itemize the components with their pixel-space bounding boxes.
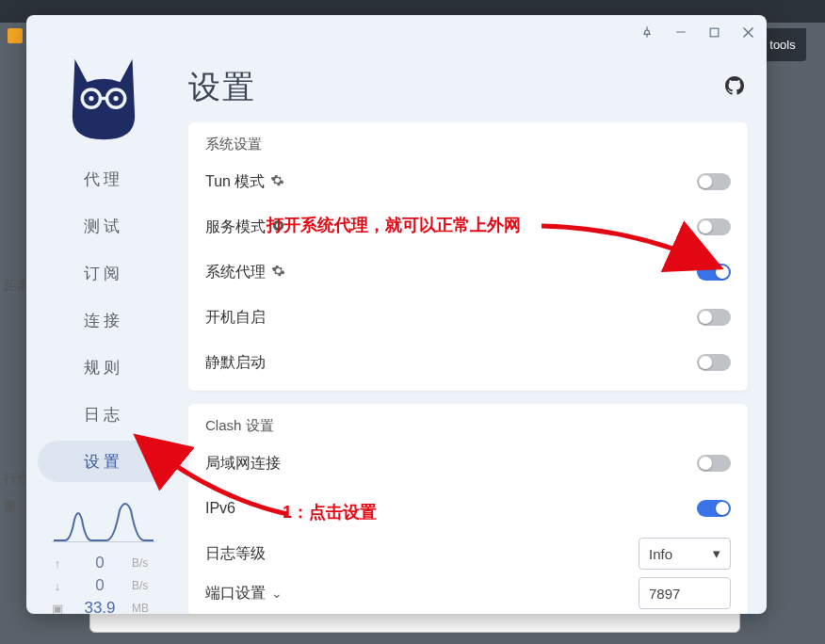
row-auto-start: 开机自启 <box>205 295 731 340</box>
toggle-system-proxy[interactable] <box>697 264 731 281</box>
row-system-proxy: 系统代理 <box>205 250 731 295</box>
toggle-tun-mode[interactable] <box>697 173 731 190</box>
sidebar: 代理 测试 订阅 连接 规则 日志 设置 ↑ 0 B/s <box>26 49 181 614</box>
chip-icon: ▣ <box>47 602 68 615</box>
row-ipv6: IPv6 <box>205 486 731 531</box>
main-content: 设置 系统设置 Tun 模式 <box>181 49 767 614</box>
row-label-text: 系统代理 <box>205 263 266 282</box>
card-title: Clash 设置 <box>205 417 731 435</box>
nav-item-subscribe[interactable]: 订阅 <box>38 252 170 294</box>
arrow-up-icon: ↑ <box>47 556 68 571</box>
minimize-icon[interactable] <box>674 25 688 39</box>
port-input[interactable]: 7897 <box>639 577 731 609</box>
chevron-down-icon: ▾ <box>713 545 720 562</box>
row-label-text: IPv6 <box>205 500 235 517</box>
row-label-text: 局域网连接 <box>205 454 281 474</box>
row-log-level: 日志等级 Info ▾ <box>205 531 731 576</box>
toggle-lan[interactable] <box>697 455 731 472</box>
svg-point-8 <box>113 96 118 101</box>
arrow-down-icon: ↓ <box>47 579 68 593</box>
stat-download: ↓ 0 B/s <box>47 574 160 597</box>
port-value: 7897 <box>649 586 680 602</box>
nav-label: 规则 <box>84 357 123 378</box>
close-icon[interactable] <box>741 25 755 40</box>
system-settings-card: 系统设置 Tun 模式 服务模式 <box>188 122 748 391</box>
app-logo-icon <box>61 51 146 141</box>
log-level-select[interactable]: Info ▾ <box>639 538 731 570</box>
row-port: 端口设置 ⌄ 7897 <box>205 576 731 610</box>
row-label-text: 服务模式 <box>205 217 266 237</box>
toggle-auto-start[interactable] <box>697 309 731 326</box>
traffic-chart <box>52 501 155 542</box>
bg-text-3: 重 <box>4 499 17 516</box>
nav-label: 设置 <box>84 451 123 473</box>
stat-upload: ↑ 0 B/s <box>47 552 160 574</box>
nav-label: 测试 <box>84 216 123 237</box>
svg-point-10 <box>276 223 281 228</box>
clash-settings-card: Clash 设置 局域网连接 IPv6 日志等级 Info ▾ <box>188 404 748 614</box>
svg-rect-1 <box>710 28 719 37</box>
stat-unit: B/s <box>132 579 160 592</box>
nav-item-proxy[interactable]: 代理 <box>38 158 170 200</box>
stat-value: 33.9 <box>68 599 132 614</box>
row-label-text: 端口设置 <box>205 584 266 604</box>
nav-item-logs[interactable]: 日志 <box>38 394 170 435</box>
app-window: 代理 测试 订阅 连接 规则 日志 设置 ↑ 0 B/s <box>26 15 767 614</box>
row-label-text: 开机自启 <box>205 308 266 328</box>
stat-unit: B/s <box>132 556 160 570</box>
row-label-text: 静默启动 <box>205 353 266 373</box>
nav-label: 订阅 <box>84 263 123 284</box>
nav-item-rules[interactable]: 规则 <box>38 346 170 388</box>
stat-unit: MB <box>132 602 160 614</box>
main-header: 设置 <box>188 53 750 122</box>
stat-value: 0 <box>68 554 132 572</box>
pin-icon[interactable] <box>640 25 654 39</box>
gear-icon[interactable] <box>270 173 284 191</box>
maximize-icon[interactable] <box>708 26 720 39</box>
row-lan: 局域网连接 <box>205 441 731 486</box>
stat-value: 0 <box>68 576 132 595</box>
toggle-silent-start[interactable] <box>697 354 731 371</box>
page-title: 设置 <box>188 66 256 109</box>
svg-point-7 <box>89 96 93 101</box>
nav-label: 连接 <box>84 310 123 331</box>
chevron-down-icon[interactable]: ⌄ <box>271 586 283 601</box>
stats-panel: ↑ 0 B/s ↓ 0 B/s ▣ 33.9 MB <box>47 552 160 614</box>
row-service-mode: 服务模式 <box>205 204 731 250</box>
github-icon[interactable] <box>725 76 744 99</box>
nav-label: 日志 <box>84 404 123 426</box>
row-tun-mode: Tun 模式 <box>205 159 731 204</box>
nav-item-test[interactable]: 测试 <box>38 205 170 247</box>
stat-memory: ▣ 33.9 MB <box>47 597 160 614</box>
gear-icon[interactable] <box>271 264 285 282</box>
row-label-text: 日志等级 <box>205 544 266 564</box>
select-value: Info <box>649 546 672 562</box>
gear-icon[interactable] <box>271 218 285 236</box>
card-title: 系统设置 <box>205 136 731 153</box>
row-label-text: Tun 模式 <box>205 172 265 192</box>
nav-item-connections[interactable]: 连接 <box>38 299 170 341</box>
nav-list: 代理 测试 订阅 连接 规则 日志 设置 <box>26 158 181 488</box>
nav-label: 代理 <box>84 169 123 190</box>
titlebar <box>26 15 767 49</box>
toggle-service-mode[interactable] <box>697 218 731 235</box>
row-silent-start: 静默启动 <box>205 340 731 385</box>
nav-item-settings[interactable]: 设置 <box>38 441 170 482</box>
toggle-ipv6[interactable] <box>697 500 731 517</box>
